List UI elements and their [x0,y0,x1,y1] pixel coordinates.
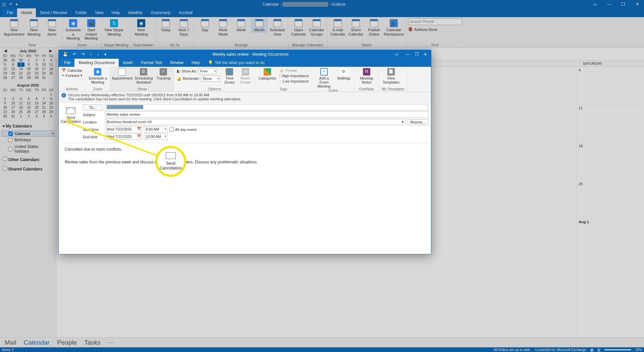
nav-calendar[interactable]: Calendar [24,339,50,346]
dlg-tab-insert[interactable]: Insert [119,59,137,67]
calendar-item[interactable]: Calendar [1,131,55,137]
ribbon-display-icon[interactable]: ▭ [392,52,400,57]
undo-icon[interactable]: ↶ [9,2,12,7]
my-calendars-group[interactable]: ▾ My Calendars [1,122,55,131]
redo-icon[interactable]: ↷ [79,52,87,57]
dlg-tab-meeting-occurrence[interactable]: Meeting Occurrence [74,59,119,67]
open-calendar-button[interactable]: Open Calendar [290,18,307,37]
room-finder-button[interactable]: 🏢Room Finder [239,68,252,84]
add-zoom-button[interactable]: +Add a Zoom Meeting [315,68,333,88]
search-people-input[interactable]: Search People [408,18,462,25]
zoom-settings-button[interactable]: ⚙Settings [336,68,352,80]
subject-field[interactable]: Weekly sales review [105,111,428,118]
new-items-button[interactable]: New Items [44,18,60,37]
other-calendars-group[interactable]: Other Calendars [1,155,55,164]
mini-calendar-july[interactable]: ◀July 2020▶ SUMOTUWETHFRSA28293012345678… [1,48,55,80]
qat-more-icon[interactable]: ▾ [102,52,108,57]
email-calendar-button[interactable]: E-mail Calendar [329,18,346,37]
new-skype-button[interactable]: SNew Skype Meeting [104,18,124,37]
publish-online-button[interactable]: Publish Online [366,18,382,37]
mini-cal-table[interactable]: SUMOTUWETHFRSA28293012345678910111213141… [1,54,55,80]
tab-acrobat[interactable]: Acrobat [175,8,197,17]
workweek-button[interactable]: Work Week [215,18,231,37]
time-zones-button[interactable]: 🌐Time Zones [223,68,236,84]
next7-button[interactable]: Next 7 Days [175,18,192,37]
day-button[interactable]: Day [197,18,213,33]
nav-people[interactable]: People [57,339,77,346]
to-field[interactable]: ██████████████ [105,104,428,110]
calendar-groups-button[interactable]: Calendar Groups [308,18,325,37]
end-time-field[interactable]: 10:00 AM [144,134,167,140]
close-icon[interactable]: ✕ [422,52,429,57]
meeting-body[interactable]: Cancelled due to room conflicts. Review … [61,143,428,251]
tell-me-input[interactable]: 💡Tell me what you want to do [204,59,269,67]
all-day-checkbox[interactable]: All day event [169,127,196,132]
tab-grammarly[interactable]: Grammarly [147,8,174,17]
view-reading-icon[interactable]: ▥ [597,348,600,352]
instant-zoom-button[interactable]: 📹Start Instant Meeting [83,18,100,41]
address-book-button[interactable]: 📕Address Book [408,27,437,32]
schedule-meeting-button[interactable]: ▣Schedule a Meeting [88,68,107,84]
calendar-checkbox[interactable] [8,132,13,136]
sat-cell[interactable]: 4 [577,67,640,105]
low-importance-button[interactable]: ↓Low Importance [279,79,309,83]
dlg-tab-review[interactable]: Review [166,59,187,67]
nav-tasks[interactable]: Tasks [84,339,101,346]
teamviewer-button[interactable]: ◉New Meeting [133,18,150,37]
undo-icon[interactable]: ↶ [71,52,78,57]
mini-calendar-august[interactable]: August 2020 SUMOTUWETHFRSA12345678910111… [1,83,55,118]
tab-help[interactable]: Help [108,8,124,17]
zoom-slider[interactable] [604,349,631,350]
holidays-checkbox[interactable] [8,147,12,151]
week-button[interactable]: Week [233,18,250,33]
next-icon[interactable]: ↓ [95,52,101,57]
minimize-icon[interactable]: — [404,52,412,57]
start-date-field[interactable]: Wed 7/22/2020 [105,126,142,133]
tab-view[interactable]: View [91,8,108,17]
schedule-view-button[interactable]: Schedule View [269,18,286,37]
calendar-action-button[interactable]: 📅Calendar [61,68,83,72]
nav-more-icon[interactable]: ⋯ [108,339,114,346]
dlg-tab-format-text[interactable]: Format Text [137,59,166,67]
prev-icon[interactable]: ↑ [88,52,94,57]
reminder-select[interactable]: None [201,76,220,82]
dlg-tab-file[interactable]: File [60,59,74,67]
tab-file[interactable]: File [3,8,17,17]
close-icon[interactable]: ✕ [633,2,642,7]
holidays-item[interactable]: United States holidays [1,143,55,155]
to-button[interactable]: To... [83,104,103,110]
location-field[interactable]: Business breakout room #4▾ [105,119,406,125]
mini-cal-table[interactable]: SUMOTUWETHFRSA12345678910111213141516171… [1,88,55,118]
dlg-tab-help[interactable]: Help [187,59,204,67]
minimize-icon[interactable]: — [604,2,614,7]
share-calendar-button[interactable]: Share Calendar [347,18,364,37]
chevron-down-icon[interactable]: ▾ [402,120,404,124]
calendar-permissions-button[interactable]: 👥Calendar Permissions [384,18,404,37]
private-button[interactable]: 🔒Private [279,68,309,72]
categorize-button[interactable]: Categorize [258,68,277,80]
birthdays-item[interactable]: Birthdays [1,137,55,143]
shared-calendars-group[interactable]: Shared Calendars [1,164,55,173]
sat-cell[interactable]: Aug 1 [577,218,640,256]
tracking-button[interactable]: ✓Tracking [156,68,171,80]
tab-folder[interactable]: Folder [71,8,91,17]
maximize-icon[interactable]: ❐ [413,52,421,57]
view-templates-button[interactable]: 📄View Templates [382,68,400,84]
start-time-field[interactable]: 9:00 AM [144,126,167,133]
prev-month-icon[interactable]: ◀ [4,49,7,53]
today-button[interactable]: Today [157,18,174,33]
rooms-button[interactable]: Rooms... [408,119,428,125]
birthdays-checkbox[interactable] [8,138,12,142]
high-importance-button[interactable]: !High Importance [279,74,309,78]
sat-cell[interactable]: 11 [577,105,640,143]
month-button[interactable]: Month [251,18,268,33]
sat-cell[interactable]: 18 [577,143,640,181]
maximize-icon[interactable]: ❐ [619,2,628,7]
meeting-notes-button[interactable]: NMeeting Notes [357,68,376,84]
ribbon-display-icon[interactable]: ▭ [590,2,600,7]
view-normal-icon[interactable]: ▦ [590,348,593,352]
save-icon[interactable]: 💾 [61,52,70,57]
show-as-select[interactable]: Free [198,68,217,74]
end-date-field[interactable]: Wed 7/22/2020 [105,134,142,140]
scheduling-assistant-button[interactable]: 🗓Scheduling Assistant [134,68,153,84]
